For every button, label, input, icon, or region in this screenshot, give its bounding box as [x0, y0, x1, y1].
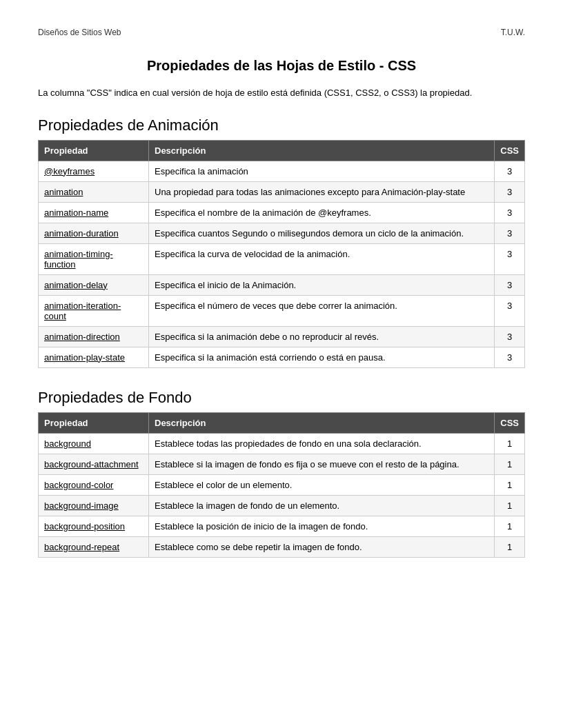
animation-prop-link[interactable]: animation-name [44, 208, 108, 218]
background-table-row: background-attachmentEstablece si la ima… [39, 454, 525, 474]
background-table: Propiedad Descripción CSS backgroundEsta… [38, 412, 525, 558]
animation-table: Propiedad Descripción CSS @keyframesEspe… [38, 140, 525, 368]
animation-col-propiedad: Propiedad [39, 140, 149, 161]
animation-prop-desc: Especifica si la animación debe o no rep… [149, 326, 495, 347]
background-col-propiedad: Propiedad [39, 412, 149, 433]
animation-table-row: animation-delayEspecifica el inicio de l… [39, 274, 525, 295]
background-prop-desc: Establece todas las propiedades de fondo… [149, 433, 495, 454]
header-right: T.U.W. [501, 28, 525, 37]
background-table-row: background-colorEstablece el color de un… [39, 474, 525, 495]
animation-table-row: animation-nameEspecifica el nombre de la… [39, 202, 525, 223]
animation-prop-css: 3 [495, 326, 525, 347]
background-table-row: background-positionEstablece la posición… [39, 516, 525, 536]
background-prop-css: 1 [495, 454, 525, 474]
animation-prop-desc: Especifica la animación [149, 161, 495, 181]
animation-prop-css: 3 [495, 161, 525, 181]
animation-prop-css: 3 [495, 347, 525, 367]
background-prop-link[interactable]: background [44, 438, 91, 449]
background-table-row: background-repeatEstablece como se debe … [39, 536, 525, 557]
animation-prop-link[interactable]: animation-delay [44, 280, 108, 290]
animation-prop-desc: Una propiedad para todas las animaciones… [149, 181, 495, 202]
background-prop-desc: Establece la posición de inicio de la im… [149, 516, 495, 536]
page: Diseños de Sitios Web T.U.W. Propiedades… [0, 0, 563, 728]
animation-table-row: animation-timing-functionEspecifica la c… [39, 243, 525, 274]
background-prop-css: 1 [495, 433, 525, 454]
animation-prop-link[interactable]: animation-play-state [44, 352, 125, 363]
animation-prop-link[interactable]: animation-timing-function [44, 249, 113, 270]
animation-table-row: animation-iteration-countEspecifica el n… [39, 295, 525, 326]
animation-prop-desc: Especifica el nombre de la animación de … [149, 202, 495, 223]
background-prop-link[interactable]: background-repeat [44, 542, 119, 552]
animation-table-row: animation-directionEspecifica si la anim… [39, 326, 525, 347]
animation-section-title: Propiedades de Animación [38, 117, 525, 134]
header-left: Diseños de Sitios Web [38, 28, 121, 37]
animation-table-header-row: Propiedad Descripción CSS [39, 140, 525, 161]
background-table-header-row: Propiedad Descripción CSS [39, 412, 525, 433]
animation-prop-css: 3 [495, 243, 525, 274]
background-prop-css: 1 [495, 474, 525, 495]
background-prop-css: 1 [495, 536, 525, 557]
animation-prop-desc: Especifica el inicio de la Animación. [149, 274, 495, 295]
page-header: Diseños de Sitios Web T.U.W. [38, 28, 525, 37]
background-col-descripcion: Descripción [149, 412, 495, 433]
animation-prop-link[interactable]: animation [44, 187, 83, 197]
animation-prop-css: 3 [495, 274, 525, 295]
background-section-title: Propiedades de Fondo [38, 389, 525, 407]
animation-table-row: animation-play-stateEspecifica si la ani… [39, 347, 525, 367]
animation-prop-desc: Especifica cuantos Segundo o milisegundo… [149, 223, 495, 243]
animation-col-descripcion: Descripción [149, 140, 495, 161]
page-title: Propiedades de las Hojas de Estilo - CSS [38, 58, 525, 74]
background-prop-desc: Establece como se debe repetir la imagen… [149, 536, 495, 557]
animation-prop-link[interactable]: @keyframes [44, 166, 95, 176]
animation-prop-link[interactable]: animation-duration [44, 228, 119, 239]
background-prop-link[interactable]: background-attachment [44, 459, 139, 469]
background-table-row: backgroundEstablece todas las propiedade… [39, 433, 525, 454]
animation-prop-desc: Especifica si la animación está corriend… [149, 347, 495, 367]
animation-table-row: animationUna propiedad para todas las an… [39, 181, 525, 202]
animation-prop-css: 3 [495, 223, 525, 243]
animation-prop-desc: Especifica el número de veces que debe c… [149, 295, 495, 326]
background-prop-desc: Establece si la imagen de fondo es fija … [149, 454, 495, 474]
background-table-row: background-imageEstablece la imagen de f… [39, 495, 525, 516]
animation-prop-css: 3 [495, 202, 525, 223]
animation-prop-css: 3 [495, 181, 525, 202]
animation-prop-link[interactable]: animation-iteration-count [44, 301, 121, 321]
animation-col-css: CSS [495, 140, 525, 161]
animation-table-row: animation-durationEspecifica cuantos Seg… [39, 223, 525, 243]
background-prop-link[interactable]: background-position [44, 521, 125, 532]
background-prop-desc: Establece la imagen de fondo de un eleme… [149, 495, 495, 516]
animation-prop-css: 3 [495, 295, 525, 326]
background-prop-desc: Establece el color de un elemento. [149, 474, 495, 495]
background-prop-css: 1 [495, 495, 525, 516]
animation-prop-link[interactable]: animation-direction [44, 332, 120, 342]
background-prop-css: 1 [495, 516, 525, 536]
background-prop-link[interactable]: background-image [44, 501, 119, 511]
intro-paragraph: La columna "CSS" indica en cual versión … [38, 86, 525, 100]
background-col-css: CSS [495, 412, 525, 433]
animation-table-row: @keyframesEspecifica la animación3 [39, 161, 525, 181]
animation-prop-desc: Especifica la curva de velocidad de la a… [149, 243, 495, 274]
background-prop-link[interactable]: background-color [44, 480, 113, 490]
